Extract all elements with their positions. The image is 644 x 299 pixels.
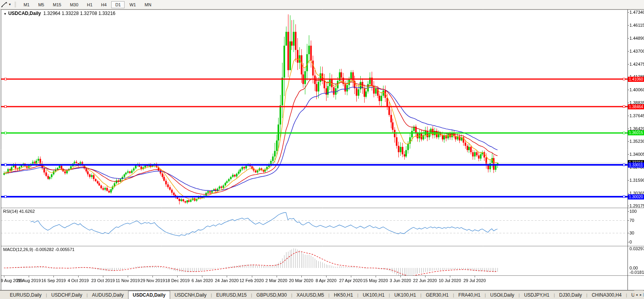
chart-symbol: USDCAD,Daily (8, 11, 41, 16)
date-axis-tick: 16 Sep 2019 (41, 278, 66, 283)
rsi-pane-label: RSI(14) 41.6262 (3, 209, 35, 214)
chart-tab-bar: EURUSD,Daily|USDCHF,Daily|AUDUSD,DailyUS… (0, 290, 644, 299)
chart-tab-china300-h4[interactable]: CHINA300,H4 (587, 291, 626, 299)
chart-tab-audusd-daily[interactable]: AUDUSD,Daily (88, 291, 128, 299)
hline-price-label: 1.41060 (628, 77, 644, 82)
chart-tab-gbpusd-m30[interactable]: GBPUSD,M30 (252, 291, 291, 299)
price-axis-tick: 1.29175 (629, 203, 644, 208)
date-axis-tick: 24 Jan 2020 (215, 278, 239, 283)
price-axis-tick: 1.43700 (629, 49, 644, 54)
price-axis-tick: 1.31590 (629, 178, 644, 183)
date-axis-tick: 22 Jun 2020 (413, 278, 437, 283)
chart-tab-uk100-h1[interactable]: UK100,H1 (390, 291, 420, 299)
line-studies-icon[interactable] (1, 2, 8, 8)
chart-tab-eurusd-daily[interactable]: EURUSD,Daily (6, 291, 46, 299)
chart-tab-eurusd-m15[interactable]: EURUSD,M15 (212, 291, 251, 299)
rsi-axis-tick: 0 (629, 240, 632, 244)
date-axis-tick: 6 Jan 2020 (191, 278, 213, 283)
chart-tab-usdcnh-daily[interactable]: USDCNH,Daily (170, 291, 211, 299)
date-axis-tick: 11 Nov 2019 (116, 278, 140, 283)
toolbar-grip-handle[interactable] (15, 2, 16, 7)
hline-price-label: 1.30020 (628, 194, 644, 199)
timeframe-button-m15[interactable]: M15 (49, 1, 65, 8)
timeframe-toolbar: ▼ M1M5M15M30H1H4D1W1MN (0, 0, 644, 9)
chart-tab-xauusd-m5[interactable]: XAUUSD,M5 (292, 291, 328, 299)
date-axis-tick: 3 Jun 2020 (390, 278, 411, 283)
date-axis-tick: 12 Feb 2020 (240, 278, 264, 283)
symbol-collapse-icon[interactable]: ▼ (4, 12, 7, 16)
date-axis-tick: 2 Mar 2020 (266, 278, 288, 283)
date-axis-tick: 10 Jul 2020 (439, 278, 461, 283)
price-axis-tick: 1.46115 (629, 23, 644, 28)
macd-axis-tick: 0.032972 (629, 246, 644, 251)
chart-tab-usdjpy-h1[interactable]: USDJPY,H1 (520, 291, 554, 299)
date-axis-tick: 20 Mar 2020 (289, 278, 314, 283)
chart-tab-ger30-h1[interactable]: GER30,H1 (422, 291, 453, 299)
price-axis-tick: 1.34005 (629, 152, 644, 157)
price-axis-tick: 1.44890 (629, 36, 644, 41)
timeframe-button-h1[interactable]: H1 (83, 1, 96, 8)
timeframe-button-mn[interactable]: MN (141, 1, 155, 8)
tab-scroll-buttons: ◂ ▸ (634, 290, 643, 299)
price-axis-tick: 1.42475 (629, 62, 644, 66)
macd-pane-label: MACD(12,26,9) -0.005282 -0.005571 (3, 247, 75, 252)
chart-ohlc-values: 1.32964 1.33228 1.32708 1.33216 (43, 11, 116, 16)
date-axis-tick: 23 Oct 2019 (91, 278, 115, 283)
timeframe-button-d1[interactable]: D1 (111, 1, 125, 8)
date-axis-tick: 18 Dec 2019 (165, 278, 189, 283)
tab-scroll-right-icon[interactable]: ▸ (640, 293, 642, 297)
rsi-axis-tick: 100 (629, 209, 637, 214)
timeframe-button-m5[interactable]: M5 (34, 1, 48, 8)
chart-tab-hk50-h1[interactable]: HK50,H1 (330, 291, 358, 299)
chart-tab-dj30-daily[interactable]: DJ30,Daily (555, 291, 586, 299)
date-axis-tick: 29 Jul 2020 (463, 278, 486, 283)
date-axis-tick: 4 Oct 2019 (68, 278, 89, 283)
chart-tab-usdchf-daily[interactable]: USDCHF,Daily (47, 291, 87, 299)
chevron-down-icon[interactable]: ▼ (8, 3, 11, 6)
chart-tab-fra40-h1[interactable]: FRA40,H1 (454, 291, 485, 299)
date-axis-tick: 15 May 2020 (363, 278, 388, 283)
date-axis-tick: 29 Nov 2019 (140, 278, 165, 283)
price-axis-tick: 1.40060 (629, 87, 644, 92)
timeframe-button-m1[interactable]: M1 (20, 1, 33, 8)
rsi-axis-tick: 30 (629, 231, 634, 235)
hline-price-label: 1.33011 (628, 162, 644, 168)
price-chart-canvas[interactable] (0, 0, 644, 299)
chart-tab-uk100-h1[interactable]: UK100,H1 (358, 291, 389, 299)
tab-scroll-left-icon[interactable]: ◂ (636, 293, 638, 297)
timeframe-button-m30[interactable]: M30 (66, 1, 82, 8)
hline-price-label: 1.38464 (628, 104, 644, 109)
chart-title: ▼USDCAD,Daily1.32964 1.33228 1.32708 1.3… (4, 11, 116, 16)
timeframe-button-h4[interactable]: H4 (97, 1, 110, 8)
hline-price-label: 1.36015 (628, 130, 644, 135)
date-axis-tick: 27 Apr 2020 (339, 278, 362, 283)
chart-tab-usoil-daily[interactable]: USOil,Daily (486, 291, 518, 299)
mt4-window: ▼ M1M5M15M30H1H4D1W1MN ▼USDCAD,Daily1.32… (0, 0, 644, 299)
chart-tab-usdcad-daily[interactable]: USDCAD,Daily (128, 291, 170, 299)
date-axis-tick: 8 Apr 2020 (316, 278, 336, 283)
macd-axis-tick: -0.018154 (629, 270, 644, 275)
rsi-axis-tick: 70 (629, 218, 634, 223)
timeframe-buttons: M1M5M15M30H1H4D1W1MN (19, 1, 156, 8)
price-axis-tick: 1.47340 (629, 10, 644, 15)
timeframe-button-w1[interactable]: W1 (125, 1, 140, 8)
price-axis-tick: 1.35230 (629, 139, 644, 144)
price-axis-tick: 1.37645 (629, 113, 644, 118)
date-axis-tick: 28 Aug 2019 (17, 278, 41, 283)
